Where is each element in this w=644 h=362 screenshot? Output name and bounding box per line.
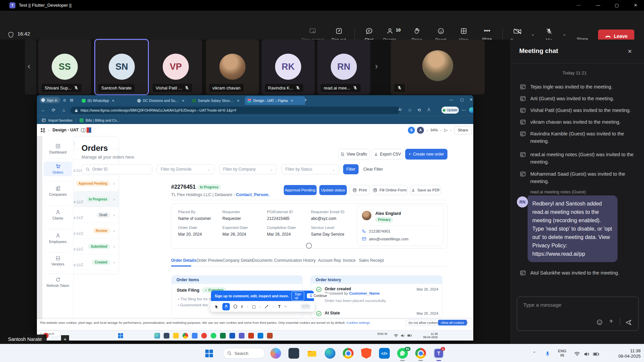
volume-icon[interactable] — [584, 352, 589, 357]
app-icon[interactable] — [248, 333, 254, 339]
edge-icon[interactable] — [325, 348, 335, 359]
read-aloud-icon[interactable]: A⁾ — [398, 108, 402, 112]
cookie-close-icon[interactable]: ✕ — [466, 321, 468, 324]
browser-signin-button[interactable]: Sign in — [40, 97, 60, 103]
app-icon[interactable] — [154, 333, 160, 339]
zoom-chevron-icon[interactable]: ⌄ — [440, 128, 443, 132]
browser-minimize-icon[interactable]: — — [449, 98, 453, 102]
attach-plus-icon[interactable]: + — [609, 317, 613, 325]
edge-logo-icon[interactable] — [469, 107, 473, 113]
whatsapp-icon[interactable] — [211, 333, 216, 339]
tab-company-details[interactable]: Company Details — [222, 258, 253, 263]
language-indicator[interactable]: ENGIN — [555, 349, 569, 358]
scroll-left-chevron-icon[interactable]: ‹ — [28, 61, 31, 71]
frame-tool-icon[interactable]: # — [241, 304, 243, 309]
scale-tool-icon[interactable] — [233, 304, 237, 309]
tab-order-details[interactable]: Order Details — [171, 258, 196, 263]
fill-online-form-button[interactable]: Fill Online Form — [372, 185, 408, 195]
presenter-pin-button[interactable]: + — [61, 335, 69, 343]
browser-tab[interactable]: (6) WhatsApp✕ — [79, 96, 138, 105]
battery-icon[interactable] — [593, 352, 599, 356]
deny-cookies-button[interactable]: Do not allow cookies — [406, 320, 440, 325]
filter-status-select[interactable]: Filter by Status⌄ — [281, 164, 339, 174]
favorite-star-icon[interactable]: ☆ — [408, 108, 412, 113]
sidebar-item-dashboard[interactable]: Dashboard — [44, 143, 72, 154]
browser-menu-ellipsis-icon[interactable]: ⋯ — [462, 108, 466, 113]
filter-button[interactable]: Filter — [343, 164, 359, 174]
clear-filter-button[interactable]: Clear Filter — [363, 167, 383, 172]
participant-tile[interactable]: RK Ravindra K... — [262, 40, 315, 95]
cookies-settings-link[interactable]: Cookies settings — [346, 321, 370, 324]
approval-pending-button[interactable]: Approval Pending — [284, 185, 317, 195]
chevron-down-icon[interactable]: ⌄ — [247, 305, 249, 308]
sidebar-item-vendors[interactable]: Vendors — [44, 255, 72, 266]
present-chevron-icon[interactable]: ⌄ — [449, 128, 452, 132]
text-tool-icon[interactable]: T — [278, 304, 280, 309]
emoji-icon[interactable] — [596, 319, 603, 325]
brave-icon[interactable] — [361, 348, 372, 359]
chrome-icon[interactable] — [182, 333, 188, 339]
tab-close-icon[interactable]: ✕ — [112, 99, 114, 103]
collaborator-avatar[interactable]: S — [408, 127, 415, 134]
browser-maximize-icon[interactable]: ▢ — [460, 98, 464, 102]
app-icon[interactable] — [164, 333, 169, 339]
signup-button[interactable]: Sign up — [291, 291, 304, 301]
contact-person-link[interactable]: Contact_Person. — [236, 192, 269, 197]
figma-menu-icon[interactable] — [40, 128, 45, 133]
sync-icon[interactable]: ⟲ — [417, 108, 421, 113]
customer-name-link[interactable]: Customer_Name — [349, 291, 380, 295]
update-status-button[interactable]: Update status — [319, 185, 347, 195]
sidebar-item-employees[interactable]: Employees — [44, 233, 72, 244]
window-close-icon[interactable]: ✕ — [631, 3, 641, 8]
pen-tool-icon[interactable] — [265, 304, 269, 309]
tray-expand-chevron-icon[interactable]: ⌃ — [533, 351, 536, 356]
url-field[interactable]: https://www.figma.com/design/9BKQ0FOHRWa… — [70, 107, 400, 114]
sidebar-item-orders[interactable]: Orders — [44, 162, 72, 176]
send-icon[interactable] — [625, 319, 632, 326]
filter-company-select[interactable]: Filter by Company⌄ — [219, 164, 277, 174]
vscode-icon[interactable]: </> — [379, 348, 390, 359]
chrome-icon[interactable] — [415, 348, 426, 359]
tab-order-preview[interactable]: Order Preview — [197, 258, 222, 263]
participant-tile[interactable]: RN read.ai mee... — [317, 40, 370, 95]
contact-email[interactable]: alex@vstatefilings.com — [362, 237, 409, 241]
tab-close-icon[interactable]: ✕ — [182, 99, 184, 103]
window-more-icon[interactable]: ⋯ — [574, 3, 584, 8]
browser-tab-active[interactable]: Design - UAT – Figma✕ — [245, 96, 305, 105]
home-icon[interactable]: ⌂ — [62, 108, 65, 113]
sidebar-item-companies[interactable]: Companies — [44, 186, 72, 196]
app-icon[interactable] — [288, 348, 299, 359]
browser-copilot-icon[interactable]: ◎ — [63, 98, 66, 102]
dev-mode-icon[interactable]: </> — [301, 304, 311, 309]
filter-domicile-select[interactable]: Filter by Domicile⌄ — [157, 164, 214, 174]
participant-tile[interactable]: SS Shivani Sup... — [38, 40, 91, 95]
chevron-down-icon[interactable]: ⌄ — [259, 305, 262, 308]
start-button-icon[interactable] — [205, 350, 213, 357]
refresh-icon[interactable]: ⟳ — [52, 108, 55, 113]
create-order-button[interactable]: +Create new order — [405, 149, 447, 160]
bills-bookmark-link[interactable]: Bills | Billing and Co... — [86, 118, 119, 122]
actions-tool-icon[interactable]: ⁘ — [284, 304, 287, 309]
shared-language-indicator[interactable]: ENG IN — [376, 333, 389, 336]
windows-start-icon[interactable] — [118, 333, 123, 338]
taskbar-clock[interactable]: 11:3808-04-2025 — [606, 348, 641, 359]
browser-tab[interactable]: DC Divisions and Surroundings✕ — [135, 96, 194, 105]
folder-icon[interactable] — [173, 333, 179, 339]
app-icon[interactable] — [192, 333, 198, 339]
layout-columns-icon[interactable] — [81, 128, 86, 132]
scroll-right-chevron-icon[interactable]: › — [375, 61, 378, 71]
tab-sales-receipt[interactable]: Sales Receipt — [359, 258, 384, 263]
view-drafts-button[interactable]: View Drafts — [338, 149, 370, 160]
back-icon[interactable]: ← — [41, 108, 45, 113]
taskbar-search-box[interactable]: Search — [223, 348, 265, 359]
tray-mic-icon[interactable] — [545, 351, 550, 357]
move-tool-icon[interactable] — [214, 304, 219, 309]
tab-documents[interactable]: Documents — [252, 258, 273, 263]
file-explorer-icon[interactable] — [307, 348, 317, 359]
zoom-level[interactable]: 94% — [431, 128, 438, 132]
window-maximize-icon[interactable]: ▢ — [612, 3, 622, 8]
allow-cookies-button[interactable]: Allow all cookies — [438, 320, 467, 325]
import-favorites-link[interactable]: Import favorites — [48, 118, 72, 122]
avatars-chevron-icon[interactable]: ⌄ — [426, 128, 429, 132]
browser-close-icon[interactable]: ✕ — [470, 98, 473, 102]
